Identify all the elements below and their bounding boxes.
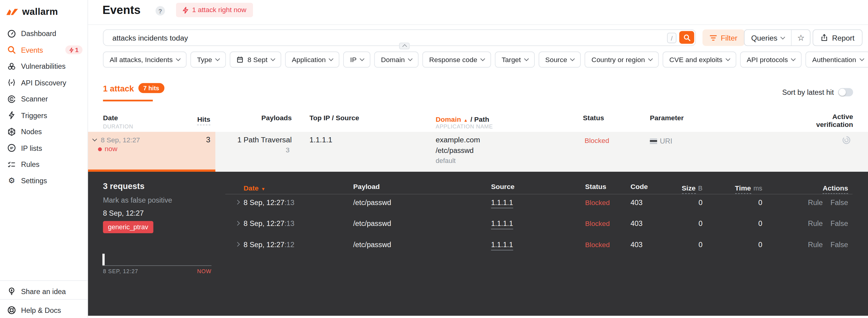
wallarm-logo-text: wallarm [22,7,58,18]
sidebar-item-scanner[interactable]: Scanner [0,91,88,107]
filter-chip-source[interactable]: Source [538,52,581,67]
favorite-star-button[interactable]: ☆ [792,30,810,46]
sidebar-item-ip-lists[interactable]: IP IP lists [0,140,88,156]
timeline-now-label: NOW [188,268,212,274]
attack-domain[interactable]: example.com [436,136,480,144]
chevron-down-icon [176,56,181,61]
wallarm-logo[interactable]: wallarm [5,7,58,18]
false-action[interactable]: False [831,219,848,227]
attack-duration: now [98,145,117,153]
sidebar-item-label: Events [21,46,43,54]
dp-col-header-actions[interactable]: Actions [793,183,848,193]
sidebar-item-label: Help & Docs [21,306,61,314]
mark-false-positive-link[interactable]: Mark as false positive [103,196,172,204]
attack-date: 8 Sep, 12:27 [101,136,140,144]
request-source[interactable]: 1.1.1.1 [491,240,513,249]
dp-col-header-date[interactable]: Date ▼ [244,183,266,193]
attack-alert-text: 1 attack right now [192,6,246,14]
dp-col-header-time[interactable]: Time ms [714,183,763,193]
sidebar-item-triggers[interactable]: Triggers [0,107,88,123]
filter-chip-api-protocols[interactable]: API protocols [740,52,802,67]
chevron-down-icon [570,56,575,61]
filter-chip-target[interactable]: Target [495,52,534,67]
slash-shortcut-key: / [667,33,676,43]
false-action[interactable]: False [831,240,848,249]
filter-chip-application[interactable]: Application [285,52,340,67]
col-header-date[interactable]: Date [103,114,118,122]
sidebar-item-share-idea[interactable]: Share an idea [0,284,102,299]
chevron-down-icon [408,56,413,61]
request-code: 403 [630,240,643,249]
sidebar-item-nodes[interactable]: Nodes [0,123,88,140]
sidebar-item-vulnerabilities[interactable]: Vulnerabilities [0,58,88,75]
payload-count: 3 [225,146,291,154]
queries-dropdown[interactable]: Queries [745,30,792,46]
rule-action[interactable]: Rule [808,219,823,227]
col-header-domain-path[interactable]: Domain ▲ / Path [436,114,489,124]
filter-chip-country[interactable]: Country or region [585,52,658,67]
sidebar-item-help-docs[interactable]: Help & Docs [0,302,102,318]
attack-path: /etc/passwd [436,146,474,154]
filter-chip-type[interactable]: Type [190,52,226,67]
queries-group: Queries ☆ [744,29,810,46]
help-icon[interactable]: ? [156,6,165,16]
rule-action[interactable]: Rule [808,198,823,207]
queries-label: Queries [751,34,777,42]
dp-col-header-size[interactable]: Size B [659,183,703,193]
request-source[interactable]: 1.1.1.1 [491,219,513,227]
filter-chip-cve[interactable]: CVE and exploits [663,52,736,67]
attack-alert-badge[interactable]: 1 attack right now [176,3,253,17]
lifebuoy-icon [7,306,16,315]
search-icon [683,34,691,41]
sidebar: wallarm Dashboard Events 1 [0,0,88,318]
sidebar-item-dashboard[interactable]: Dashboard [0,25,88,42]
search-input[interactable] [112,30,612,46]
false-action[interactable]: False [831,198,848,207]
details-attack-date: 8 Sep, 12:27 [103,209,144,217]
tab-attacks[interactable]: 1 attack 7 hits [103,83,164,93]
timeline-histogram-bar [102,254,104,265]
payload-type: 1 Path Traversal [225,136,291,144]
report-button[interactable]: Report [813,29,862,46]
sidebar-item-events[interactable]: Events 1 [0,42,88,58]
chevron-down-icon [791,56,796,61]
sidebar-item-settings[interactable]: ⚙ Settings [0,173,88,189]
sort-desc-icon: ▼ [261,186,266,192]
attack-tab-label: 1 attack [103,83,134,93]
magnifier-icon [7,46,16,54]
search-button[interactable] [679,31,694,44]
sidebar-item-api-discovery[interactable]: API Discovery [0,75,88,91]
request-source[interactable]: 1.1.1.1 [491,198,513,207]
filter-button[interactable]: Filter [703,29,745,46]
sidebar-item-label: Share an idea [21,287,66,295]
biohazard-icon [7,62,16,70]
events-attack-count: 1 [75,47,79,53]
active-verification-icon[interactable] [842,136,851,144]
chevron-down-icon [215,56,220,61]
col-header-top-ip: Top IP / Source [309,114,359,122]
attack-tag[interactable]: generic_ptrav [103,221,153,233]
filter-chip-attacks-incidents[interactable]: All attacks, Incidents [103,52,186,67]
attack-parameter: URI [650,137,672,145]
filter-chip-domain[interactable]: Domain [374,52,418,67]
attack-top-ip[interactable]: 1.1.1.1 [309,136,332,144]
events-attack-count-badge: 1 [65,46,82,54]
sidebar-item-label: Triggers [21,111,47,119]
request-date: 8 Sep, 12:27 [244,219,284,227]
filter-chip-authentication[interactable]: Authentication [806,52,868,67]
search-collapse-handle[interactable] [399,43,410,49]
rule-action[interactable]: Rule [808,240,823,249]
sort-by-latest-hit-toggle[interactable] [838,88,853,96]
col-header-hits[interactable]: Hits [177,114,210,124]
timeline-axis [102,265,211,266]
filter-chip-ip[interactable]: IP [343,52,370,67]
filter-chip-response-code[interactable]: Response code [423,52,491,67]
page-title: Events [102,3,141,17]
active-tab-underline [103,99,153,101]
sidebar-item-rules[interactable]: Rules [0,156,88,173]
lightbulb-icon [7,287,16,296]
sidebar-item-label: Dashboard [21,29,56,37]
request-time: 0 [736,240,763,249]
chevron-down-icon [648,56,653,61]
filter-chip-date[interactable]: 8 Sept [230,52,281,67]
